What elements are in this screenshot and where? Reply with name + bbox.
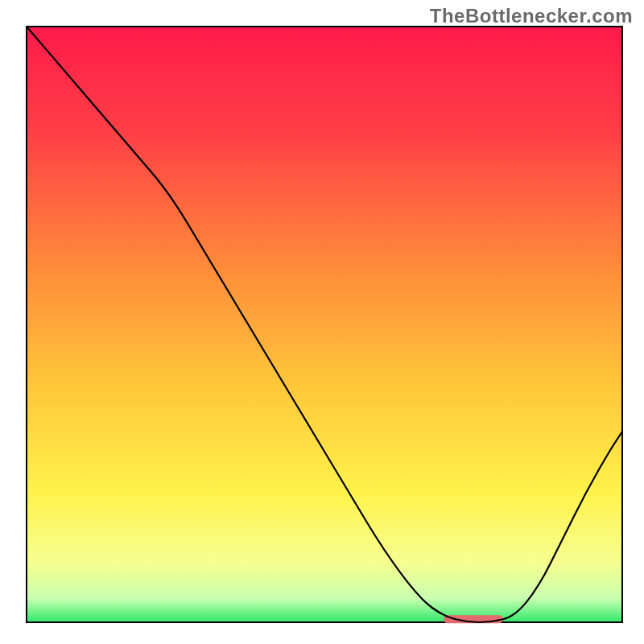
chart-container: TheBottlenecker.com: [0, 0, 644, 644]
bottleneck-line-chart: [0, 0, 644, 644]
plot-background: [27, 27, 622, 622]
watermark-text: TheBottlenecker.com: [430, 5, 633, 27]
